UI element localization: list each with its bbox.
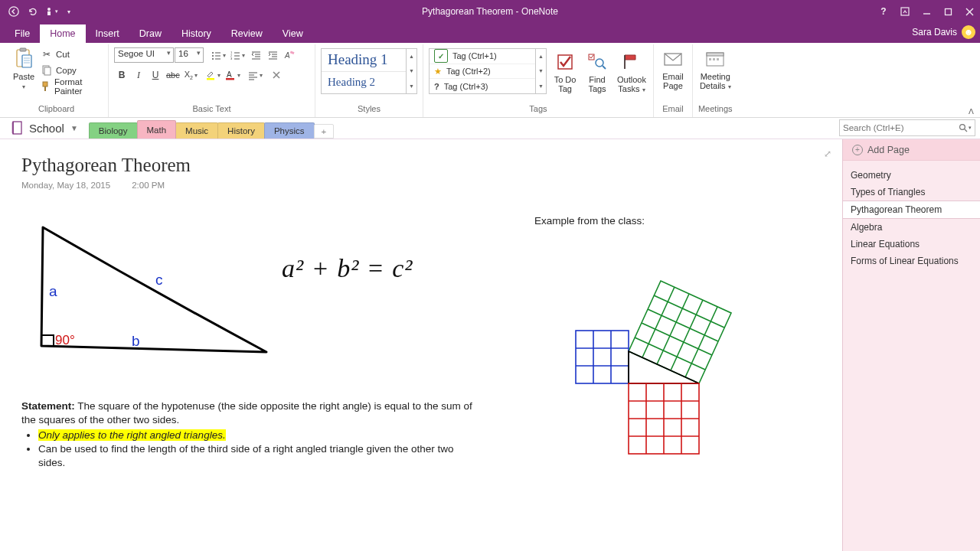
page-item-triangle-types[interactable]: Types of Triangles (843, 184, 980, 201)
tab-review[interactable]: Review (221, 24, 273, 43)
styles-more[interactable]: ▼ (407, 79, 416, 93)
notebook-selector[interactable]: School▼ (8, 118, 83, 139)
cut-button[interactable]: ✂Cut (39, 46, 103, 62)
svg-rect-15 (43, 82, 47, 86)
calendar-icon (703, 47, 727, 71)
numbering-button[interactable]: 123 (229, 47, 247, 63)
tags-more[interactable]: ▼ (536, 79, 546, 93)
user-menu[interactable]: Sara Davis☻ (912, 25, 975, 43)
tab-view[interactable]: View (273, 24, 313, 43)
section-tab-biology[interactable]: Biology (89, 122, 138, 139)
main-area: ⤢ Pythagorean Theorem Monday, May 18, 20… (0, 139, 980, 551)
tags-gallery[interactable]: ✓Tag (Ctrl+1) ★Tag (Ctrl+2) ?Tag (Ctrl+3… (429, 48, 536, 94)
svg-rect-16 (44, 86, 46, 91)
statement-block[interactable]: Statement: The square of the hypotenuse … (21, 399, 481, 470)
minimize-button[interactable] (916, 0, 937, 23)
svg-rect-8 (20, 48, 26, 51)
brush-icon (41, 80, 51, 93)
page-item-pythagorean[interactable]: Pythagorean Theorem (843, 201, 980, 219)
svg-text:c: c (155, 272, 163, 288)
font-size-selector[interactable]: 16 (175, 47, 204, 63)
user-name: Sara Davis (912, 27, 957, 37)
page-item-algebra[interactable]: Algebra (843, 219, 980, 236)
page-canvas[interactable]: ⤢ Pythagorean Theorem Monday, May 18, 20… (0, 139, 842, 551)
find-tags-button[interactable]: Find Tags (583, 48, 611, 95)
tab-file[interactable]: File (5, 24, 40, 43)
tab-history[interactable]: History (172, 24, 221, 43)
back-button[interactable] (5, 2, 23, 21)
svg-rect-57 (713, 58, 715, 60)
page-item-linear-forms[interactable]: Forms of Linear Equations (843, 253, 980, 269)
indent-button[interactable] (265, 47, 280, 63)
meeting-details-button[interactable]: Meeting Details ▾ (698, 45, 733, 93)
svg-rect-76 (576, 331, 629, 383)
page-title[interactable]: Pythagorean Theorem (21, 155, 821, 176)
tab-home[interactable]: Home (40, 24, 85, 43)
style-heading1[interactable]: Heading 1 (322, 49, 406, 72)
svg-text:b: b (132, 333, 140, 349)
paste-button[interactable]: Paste▾ (10, 45, 38, 93)
search-icon[interactable]: ▾ (959, 123, 972, 132)
svg-line-72 (635, 337, 705, 370)
section-tab-music[interactable]: Music (175, 122, 218, 139)
email-page-button[interactable]: Email Page (659, 45, 687, 92)
page-item-geometry[interactable]: Geometry (843, 167, 980, 184)
svg-rect-56 (709, 58, 711, 60)
subscript-button[interactable]: X2 (183, 67, 199, 83)
tags-up[interactable]: ▲ (536, 49, 546, 64)
section-tab-history[interactable]: History (217, 122, 265, 139)
undo-button[interactable] (23, 2, 41, 21)
touch-mode-button[interactable]: ▾ (41, 2, 60, 21)
close-button[interactable] (959, 0, 980, 23)
outlook-tasks-button[interactable]: Outlook Tasks ▾ (616, 48, 648, 96)
chevron-down-icon: ▼ (70, 124, 78, 132)
delete-button[interactable] (269, 67, 284, 83)
svg-rect-58 (717, 58, 719, 60)
help-button[interactable]: ? (873, 0, 894, 23)
underline-button[interactable]: U (148, 67, 163, 83)
search-box[interactable]: ▾ (839, 119, 975, 136)
tab-insert[interactable]: Insert (86, 24, 129, 43)
copy-button[interactable]: Copy (39, 62, 103, 78)
highlight-button[interactable] (204, 67, 222, 83)
svg-point-21 (212, 58, 214, 60)
collapse-ribbon-button[interactable]: ᐱ (969, 107, 974, 116)
tags-down[interactable]: ▼ (536, 64, 546, 78)
page-date: Monday, May 18, 2015 (21, 181, 110, 190)
section-tab-math[interactable]: Math (137, 120, 177, 139)
bullets-button[interactable] (210, 47, 227, 63)
bold-button[interactable]: B (114, 67, 129, 83)
svg-rect-39 (207, 78, 214, 80)
styles-down[interactable]: ▼ (407, 64, 416, 78)
search-input[interactable] (843, 123, 959, 132)
add-page-button[interactable]: +Add Page (843, 139, 980, 161)
tab-draw[interactable]: Draw (129, 24, 172, 43)
svg-text:90°: 90° (55, 333, 75, 347)
customize-qat-button[interactable]: ▾ (60, 2, 78, 21)
squares-proof-drawing (527, 233, 756, 455)
tag-2[interactable]: ★Tag (Ctrl+2) (430, 64, 535, 79)
outdent-button[interactable] (248, 47, 263, 63)
svg-line-63 (965, 129, 967, 132)
smile-icon: ☻ (962, 25, 975, 39)
expand-page-button[interactable]: ⤢ (824, 148, 831, 159)
format-painter-button[interactable]: Format Painter (39, 78, 103, 94)
tag-3[interactable]: ?Tag (Ctrl+3) (430, 78, 535, 93)
ribbon-display-button[interactable] (894, 0, 916, 23)
font-color-button[interactable]: A (224, 67, 242, 83)
font-selector[interactable]: Segoe UI (114, 47, 174, 63)
clear-formatting-button[interactable]: A (282, 47, 297, 63)
maximize-button[interactable] (937, 0, 959, 23)
align-button[interactable] (247, 67, 264, 83)
page-item-linear-eq[interactable]: Linear Equations (843, 236, 980, 253)
add-section-button[interactable]: + (314, 124, 335, 139)
section-tab-physics[interactable]: Physics (264, 122, 315, 139)
todo-tag-button[interactable]: To Do Tag (551, 48, 579, 95)
style-heading2[interactable]: Heading 2 (322, 72, 406, 94)
tag-1[interactable]: ✓Tag (Ctrl+1) (430, 49, 535, 64)
strikethrough-button[interactable]: abc (165, 67, 181, 83)
italic-button[interactable]: I (131, 67, 146, 83)
styles-gallery[interactable]: Heading 1 Heading 2 (321, 48, 407, 94)
styles-up[interactable]: ▲ (407, 49, 416, 64)
notebook-bar: School▼ Biology Math Music History Physi… (0, 118, 980, 139)
